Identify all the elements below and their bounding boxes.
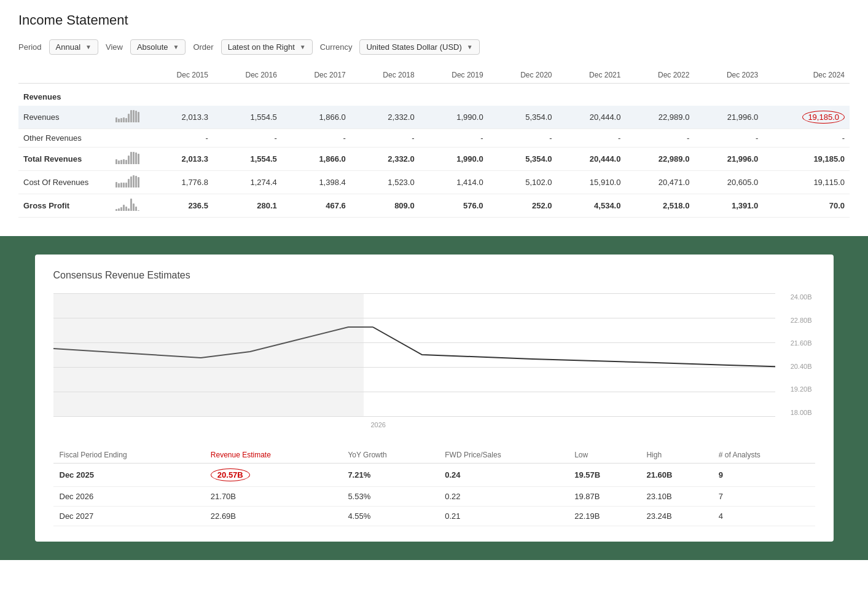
order-select[interactable]: Latest on the Right ▼ bbox=[221, 39, 313, 55]
estimates-col-period: Fiscal Period Ending bbox=[53, 447, 205, 464]
order-label: Order bbox=[193, 42, 213, 52]
estimate-highlighted-value: 20.57B bbox=[211, 468, 250, 481]
view-arrow-icon: ▼ bbox=[173, 44, 179, 50]
controls-bar: Period Annual ▼ View Absolute ▼ Order La… bbox=[18, 39, 850, 55]
view-label: View bbox=[106, 42, 123, 52]
estimates-col-high: High bbox=[640, 447, 712, 464]
cost-revenues-sparkline bbox=[115, 175, 139, 188]
view-select[interactable]: Absolute ▼ bbox=[130, 39, 186, 55]
period-arrow-icon: ▼ bbox=[85, 44, 92, 50]
bottom-section: Consensus Revenue Estimates bbox=[0, 236, 868, 560]
table-row: Revenues 2,013.3 bbox=[18, 106, 850, 129]
table-row: Cost Of Revenues 1,776 bbox=[18, 171, 850, 194]
currency-arrow-icon: ▼ bbox=[467, 44, 473, 50]
revenues-section-header: Revenues bbox=[18, 84, 850, 106]
y-axis-label: 18.00B bbox=[775, 409, 812, 416]
y-axis-label: 22.80B bbox=[775, 317, 812, 324]
estimates-col-analysts: # of Analysts bbox=[713, 447, 815, 464]
table-row: Dec 2027 22.69B 4.55% 0.21 22.19B 23.24B… bbox=[53, 507, 815, 526]
page-title: Income Statement bbox=[18, 12, 850, 28]
y-axis-label: 20.40B bbox=[775, 363, 812, 370]
gross-profit-sparkline bbox=[115, 199, 139, 211]
total-revenues-sparkline bbox=[115, 152, 139, 164]
table-row: Total Revenues 2,013.3 bbox=[18, 148, 850, 171]
revenues-sparkline bbox=[115, 110, 139, 122]
order-arrow-icon: ▼ bbox=[300, 44, 306, 50]
estimates-table: Fiscal Period Ending Revenue Estimate Yo… bbox=[53, 447, 815, 526]
estimates-col-fwd: FWD Price/Sales bbox=[439, 447, 568, 464]
table-row: Dec 2026 21.70B 5.53% 0.22 19.87B 23.10B… bbox=[53, 487, 815, 507]
chart-x-label: 2026 bbox=[371, 421, 386, 428]
period-label: Period bbox=[18, 42, 42, 52]
y-axis-label: 19.20B bbox=[775, 385, 812, 393]
y-axis-label: 24.00B bbox=[775, 293, 812, 301]
line-chart-svg bbox=[53, 293, 775, 416]
table-row: Other Revenues - - - - - - - - - - bbox=[18, 129, 850, 148]
y-axis-label: 21.60B bbox=[775, 339, 812, 347]
revenues-highlighted-value: 19,185.0 bbox=[802, 111, 845, 124]
chart-title: Consensus Revenue Estimates bbox=[53, 270, 815, 281]
table-row: Dec 2025 20.57B 7.21% 0.24 19.57B 21.60B… bbox=[53, 464, 815, 487]
table-row: Gross Profit 236.5 bbox=[18, 194, 850, 218]
currency-select[interactable]: United States Dollar (USD) ▼ bbox=[359, 39, 479, 55]
chart-card: Consensus Revenue Estimates bbox=[35, 255, 834, 542]
estimates-col-yoy: YoY Growth bbox=[342, 447, 439, 464]
estimates-col-revenue: Revenue Estimate bbox=[205, 447, 342, 464]
currency-label: Currency bbox=[320, 42, 353, 52]
income-table: Dec 2015 Dec 2016 Dec 2017 Dec 2018 Dec … bbox=[18, 67, 850, 218]
estimates-col-low: Low bbox=[568, 447, 640, 464]
period-select[interactable]: Annual ▼ bbox=[49, 39, 98, 55]
